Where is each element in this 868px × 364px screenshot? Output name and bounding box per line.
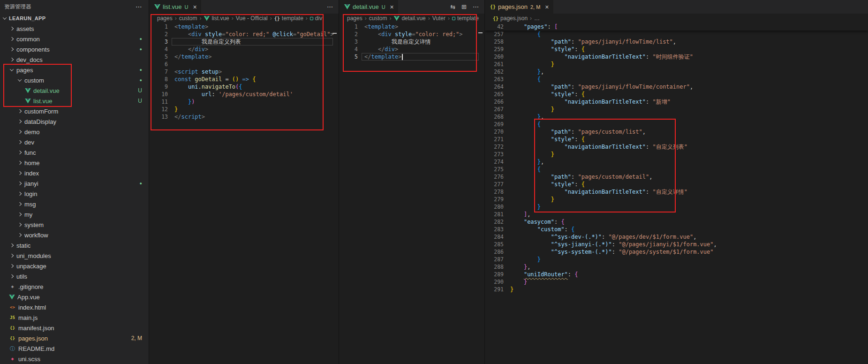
code-line-263[interactable]: 263 { [485, 76, 868, 83]
tree-item-detail-vue[interactable]: detail.vueU [0, 85, 149, 96]
code-editor-detail-vue[interactable]: 1<template>2 <div style="color: red;">3 … [339, 23, 484, 364]
code-line-261[interactable]: 261 } [485, 61, 868, 68]
code-line-3[interactable]: 3 我是自定义详情 [339, 38, 484, 46]
tree-item-static[interactable]: static [0, 240, 149, 250]
tab-list-vue[interactable]: list.vue U × [149, 0, 201, 14]
tree-item-utils[interactable]: utils [0, 271, 149, 281]
code-line-5[interactable]: 5</template> [149, 53, 339, 61]
tree-item-manifest-json[interactable]: {}manifest.json [0, 323, 149, 333]
breadcrumb-item[interactable]: pages [347, 15, 362, 22]
code-line-288[interactable]: 288 }, [485, 263, 868, 271]
code-line-2[interactable]: 2 <div style="color: red;"> [339, 30, 484, 38]
code-line-4[interactable]: 4 </div> [149, 46, 339, 53]
code-line-6[interactable]: 6 [149, 61, 339, 68]
more-actions-icon[interactable]: ⋯ [473, 3, 479, 10]
close-icon[interactable]: × [545, 3, 549, 11]
tree-item-uni-scss[interactable]: ◈uni.scss [0, 354, 149, 364]
tree-item-list-vue[interactable]: list.vueU [0, 96, 149, 106]
close-icon[interactable]: × [390, 3, 394, 11]
code-line-265[interactable]: 265 "style": { [485, 91, 868, 98]
tree-item-app-vue[interactable]: App.vue [0, 292, 149, 302]
tree-item-uni-modules[interactable]: uni_modules [0, 250, 149, 261]
tree-item-unpackage[interactable]: unpackage [0, 261, 149, 271]
code-line-258[interactable]: 258 "path": "pages/jianyi/flowTime/list"… [485, 38, 868, 46]
tree-item--gitignore[interactable]: ◈.gitignore [0, 281, 149, 292]
code-line-264[interactable]: 264 "path": "pages/jianyi/flowTime/conta… [485, 83, 868, 91]
code-line-3[interactable]: 3 我是自定义列表 [149, 38, 339, 46]
code-line-270[interactable]: 270 "path": "pages/custom/list", [485, 128, 868, 136]
code-line-291[interactable]: 291} [485, 286, 868, 293]
code-line-2[interactable]: 2 <div style="color: red;" @click="goDet… [149, 30, 339, 38]
code-line-290[interactable]: 290 } [485, 278, 868, 286]
code-editor-pages-json[interactable]: 42 "pages": [ 257 {258 "path": "pages/ji… [485, 23, 868, 364]
code-line-280[interactable]: 280 } [485, 203, 868, 211]
tree-item-assets[interactable]: assets [0, 23, 149, 34]
tab-detail-vue[interactable]: detail.vue U × [339, 0, 398, 14]
code-line-277[interactable]: 277 "style": { [485, 181, 868, 188]
tree-item-custom[interactable]: custom● [0, 75, 149, 85]
code-line-257[interactable]: 257 { [485, 30, 868, 38]
tree-item-components[interactable]: components● [0, 44, 149, 54]
tree-item-readme-md[interactable]: ⓘREADME.md [0, 343, 149, 354]
tree-item-main-js[interactable]: JSmain.js [0, 312, 149, 323]
code-line-268[interactable]: 268 }, [485, 113, 868, 121]
code-line-278[interactable]: 278 "navigationBarTitleText": "自定义详情" [485, 188, 868, 196]
breadcrumb-item[interactable]: list.vue [204, 15, 229, 22]
tree-item-my[interactable]: my [0, 209, 149, 220]
tree-root-learun-app[interactable]: LEARUN_APP [0, 13, 149, 23]
code-line-267[interactable]: 267 } [485, 106, 868, 113]
tree-item-index[interactable]: index [0, 168, 149, 178]
code-line-259[interactable]: 259 "style": { [485, 46, 868, 53]
code-line-10[interactable]: 10 url: '/pages/custom/detail' [149, 91, 339, 98]
tree-item-workflow[interactable]: workflow [0, 230, 149, 240]
code-line-282[interactable]: 282 "easycom": { [485, 218, 868, 226]
code-line-7[interactable]: 7<script setup> [149, 68, 339, 76]
split-editor-icon[interactable]: ⊞ [461, 3, 467, 10]
code-editor-list-vue[interactable]: 1<template>2 <div style="color: red;" @c… [149, 23, 339, 364]
tree-item-pages[interactable]: pages● [0, 65, 149, 75]
code-line-262[interactable]: 262 }, [485, 68, 868, 76]
breadcrumb-item[interactable]: custom [179, 15, 197, 22]
tree-item-common[interactable]: common● [0, 34, 149, 44]
breadcrumb-item[interactable]: custom [369, 15, 387, 22]
close-icon[interactable]: × [193, 3, 196, 11]
breadcrumb-item[interactable]: detail.vue [393, 15, 425, 22]
code-line-283[interactable]: 283 "custom": { [485, 226, 868, 233]
breadcrumb-item[interactable]: {}pages.json [493, 15, 528, 22]
tree-item-datadisplay[interactable]: dataDisplay [0, 116, 149, 127]
code-line-266[interactable]: 266 "navigationBarTitleText": "新增" [485, 98, 868, 106]
tree-item-func[interactable]: func [0, 147, 149, 158]
code-line-1[interactable]: 1<template> [149, 23, 339, 30]
code-line-275[interactable]: 275 { [485, 166, 868, 173]
tree-item-demo[interactable]: demo [0, 127, 149, 137]
code-line-287[interactable]: 287 } [485, 256, 868, 263]
tree-item-jianyi[interactable]: jianyi● [0, 178, 149, 189]
more-actions-icon[interactable]: ⋯ [136, 3, 142, 10]
code-line-9[interactable]: 9 uni.navigateTo({ [149, 83, 339, 91]
tree-item-dev-docs[interactable]: dev_docs [0, 54, 149, 65]
tree-item-system[interactable]: system [0, 220, 149, 230]
breadcrumb-item[interactable]: Vuter [432, 15, 445, 22]
code-line-274[interactable]: 274 }, [485, 158, 868, 166]
tree-item-login[interactable]: login [0, 189, 149, 199]
code-line-276[interactable]: 276 "path": "pages/custom/detail", [485, 173, 868, 181]
code-line-1[interactable]: 1<template> [339, 23, 484, 30]
breadcrumb-item[interactable]: Vue - Official [236, 15, 268, 22]
code-line-4[interactable]: 4 </div> [339, 46, 484, 53]
code-line-11[interactable]: 11 }) [149, 98, 339, 106]
code-line-271[interactable]: 271 "style": { [485, 136, 868, 143]
breadcrumb-item[interactable]: {}template [274, 15, 303, 22]
tree-item-index-html[interactable]: <>index.html [0, 302, 149, 312]
compare-changes-icon[interactable]: ⇆ [450, 3, 455, 10]
breadcrumb-item[interactable]: … [534, 15, 540, 22]
code-line-286[interactable]: 286 "^sys-system-(.*)": "@/pages/system/… [485, 248, 868, 256]
tree-item-home[interactable]: home [0, 158, 149, 168]
code-line-284[interactable]: 284 "^sys-dev-(.*)": "@/pages/dev/$1/for… [485, 233, 868, 241]
sticky-scroll-line[interactable]: 42 "pages": [ [485, 23, 868, 30]
tree-item-customform[interactable]: customForm [0, 106, 149, 116]
code-line-42[interactable]: 42 "pages": [ [485, 23, 868, 30]
tree-item-msg[interactable]: msg [0, 199, 149, 209]
code-line-269[interactable]: 269 { [485, 121, 868, 128]
code-line-8[interactable]: 8const goDetail = () => { [149, 76, 339, 83]
breadcrumb-item[interactable]: div [310, 15, 322, 22]
